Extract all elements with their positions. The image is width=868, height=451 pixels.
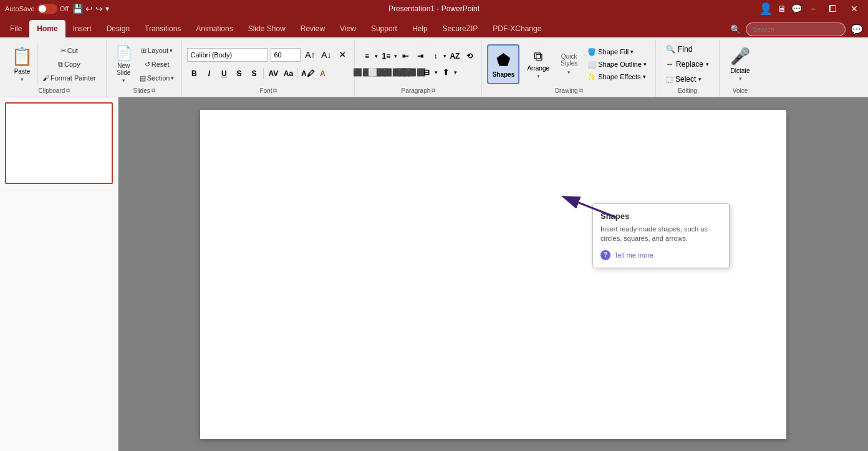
autosave-toggle[interactable] xyxy=(37,4,57,14)
close-btn[interactable]: ✕ xyxy=(846,2,863,15)
columns-dropdown[interactable]: ▾ xyxy=(435,69,438,75)
line-spacing-button[interactable]: ↕ xyxy=(428,49,442,63)
strikethrough-button[interactable]: S xyxy=(232,67,246,80)
font-color-highlight-button[interactable]: A🖍 xyxy=(301,67,314,80)
cut-button[interactable]: ✂ Cut xyxy=(40,44,99,57)
decrease-indent-button[interactable]: ⇤ xyxy=(398,49,412,63)
shapes-button[interactable]: ⬟ Shapes xyxy=(487,44,519,84)
tab-help[interactable]: Help xyxy=(405,20,435,37)
arrange-dropdown[interactable]: ▾ xyxy=(537,73,540,79)
shape-outline-label: Shape Outline xyxy=(598,61,642,68)
paste-button[interactable]: 📋 Paste ▾ xyxy=(7,43,37,85)
font-expander[interactable]: ⧉ xyxy=(273,87,277,94)
clear-format-button[interactable]: ✕ xyxy=(335,48,349,62)
line-spacing-dropdown[interactable]: ▾ xyxy=(443,53,446,59)
tab-transitions[interactable]: Transitions xyxy=(137,20,188,37)
justify-button[interactable]: ⬛⬛⬛ xyxy=(405,65,418,79)
tab-support[interactable]: Support xyxy=(364,20,405,37)
case-button[interactable]: Aa xyxy=(281,67,295,80)
bold-button[interactable]: B xyxy=(187,67,201,80)
save-icon[interactable]: 💾 xyxy=(72,4,83,14)
numbering-button[interactable]: 1≡ xyxy=(379,49,393,63)
tab-animations[interactable]: Animations xyxy=(188,20,240,37)
tab-slideshow[interactable]: Slide Show xyxy=(241,20,293,37)
font-color-button[interactable]: A xyxy=(316,67,329,80)
drawing-expander[interactable]: ⧉ xyxy=(579,87,583,94)
para-expander[interactable]: ⧉ xyxy=(432,87,435,94)
columns-button[interactable]: ⊟ xyxy=(420,65,433,79)
font-controls: A↑ A↓ ✕ B I U S S AV Aa A🖍 A xyxy=(187,42,349,86)
new-slide-button[interactable]: 📄 NewSlide ▾ xyxy=(112,44,136,84)
quick-styles-dropdown[interactable]: ▾ xyxy=(567,69,571,75)
tell-me-more-button[interactable]: ? Tell me more xyxy=(600,250,721,260)
drawing-content: ⬟ Shapes ⧉ Arrange ▾ QuickStyles ▾ 🪣 Sha… xyxy=(487,42,650,86)
clipboard-expander[interactable]: ⧉ xyxy=(66,87,70,94)
minimize-btn[interactable]: − xyxy=(807,2,819,15)
new-slide-dropdown[interactable]: ▾ xyxy=(122,77,125,84)
underline-button[interactable]: U xyxy=(217,67,231,80)
restore-btn[interactable]: ⧠ xyxy=(824,2,841,15)
slide-canvas[interactable] xyxy=(200,110,786,439)
tab-view[interactable]: View xyxy=(332,20,364,37)
select-dropdown[interactable]: ▾ xyxy=(698,76,702,82)
replace-dropdown[interactable]: ▾ xyxy=(706,61,709,67)
notification-icon[interactable]: 💬 xyxy=(791,4,802,14)
dictate-button[interactable]: 🎤 Dictate ▾ xyxy=(725,44,756,84)
shape-outline-button[interactable]: ⬜ Shape Outline ▾ xyxy=(584,59,650,70)
font-size-increase[interactable]: A↑ xyxy=(303,48,317,62)
section-button[interactable]: ▤ Section ▾ xyxy=(137,72,177,84)
shadow-button[interactable]: S xyxy=(247,67,261,80)
sort-button[interactable]: AZ xyxy=(448,49,461,63)
font-size-input[interactable] xyxy=(271,48,301,62)
reset-button[interactable]: ↺ Reset xyxy=(137,58,177,70)
convert-button[interactable]: ⟲ xyxy=(463,49,476,63)
increase-indent-button[interactable]: ⇥ xyxy=(413,49,427,63)
numbering-dropdown[interactable]: ▾ xyxy=(394,53,397,59)
bullets-dropdown[interactable]: ▾ xyxy=(375,53,378,59)
undo-icon[interactable]: ↩ xyxy=(85,4,93,14)
direction-button[interactable]: ⬆ xyxy=(439,65,453,79)
font-family-input[interactable] xyxy=(187,48,268,62)
select-label: Select xyxy=(675,75,696,84)
shape-effects-button[interactable]: ✨ Shape Effects ▾ xyxy=(584,72,650,82)
tab-insert[interactable]: Insert xyxy=(65,20,99,37)
tab-review[interactable]: Review xyxy=(293,20,332,37)
italic-button[interactable]: I xyxy=(202,67,216,80)
slide-thumb-1[interactable] xyxy=(5,102,113,184)
shape-fill-button[interactable]: 🪣 Shape Fill ▾ xyxy=(584,47,650,57)
copy-button[interactable]: ⧉ Copy xyxy=(40,58,99,70)
spacing-button[interactable]: AV xyxy=(266,67,280,80)
tab-home[interactable]: Home xyxy=(29,20,65,37)
customize-icon[interactable]: ▾ xyxy=(105,4,109,13)
bullets-button[interactable]: ≡ xyxy=(360,49,374,63)
tab-pdfxchange[interactable]: PDF-XChange xyxy=(485,20,549,37)
font-size-decrease[interactable]: A↓ xyxy=(319,48,333,62)
replace-button[interactable]: ↔ Replace ▾ xyxy=(661,57,714,71)
user-icon[interactable]: 👤 xyxy=(759,2,773,16)
shape-outline-dropdown[interactable]: ▾ xyxy=(644,61,647,67)
copy-icon: ⧉ xyxy=(58,61,63,69)
tab-file[interactable]: File xyxy=(2,20,29,37)
dictate-dropdown[interactable]: ▾ xyxy=(739,75,742,82)
comments-icon[interactable]: 💬 xyxy=(851,24,863,36)
layout-dropdown[interactable]: ▾ xyxy=(170,47,173,54)
paste-dropdown[interactable]: ▾ xyxy=(21,76,24,82)
share-icon[interactable]: 🖥 xyxy=(778,4,786,14)
find-button[interactable]: 🔍 Find xyxy=(661,42,714,56)
redo-icon[interactable]: ↪ xyxy=(95,4,103,14)
tab-design[interactable]: Design xyxy=(99,20,137,37)
section-dropdown[interactable]: ▾ xyxy=(171,75,174,81)
slides-expander[interactable]: ⧉ xyxy=(152,87,155,94)
clipboard-label-row: Clipboard ⧉ xyxy=(7,87,101,94)
arrange-button[interactable]: ⧉ Arrange ▾ xyxy=(522,44,554,84)
shape-effects-dropdown[interactable]: ▾ xyxy=(643,74,646,80)
search-input[interactable] xyxy=(746,22,846,36)
format-painter-button[interactable]: 🖌 Format Painter xyxy=(40,72,99,84)
clipboard-group-name: Clipboard xyxy=(38,87,65,94)
select-button[interactable]: ⬚ Select ▾ xyxy=(661,72,714,86)
replace-icon: ↔ xyxy=(666,60,673,69)
shape-fill-dropdown[interactable]: ▾ xyxy=(630,49,634,55)
layout-button[interactable]: ⊞ Layout ▾ xyxy=(137,44,177,57)
direction-dropdown[interactable]: ▾ xyxy=(454,69,457,75)
tab-securezip[interactable]: SecureZIP xyxy=(435,20,486,37)
